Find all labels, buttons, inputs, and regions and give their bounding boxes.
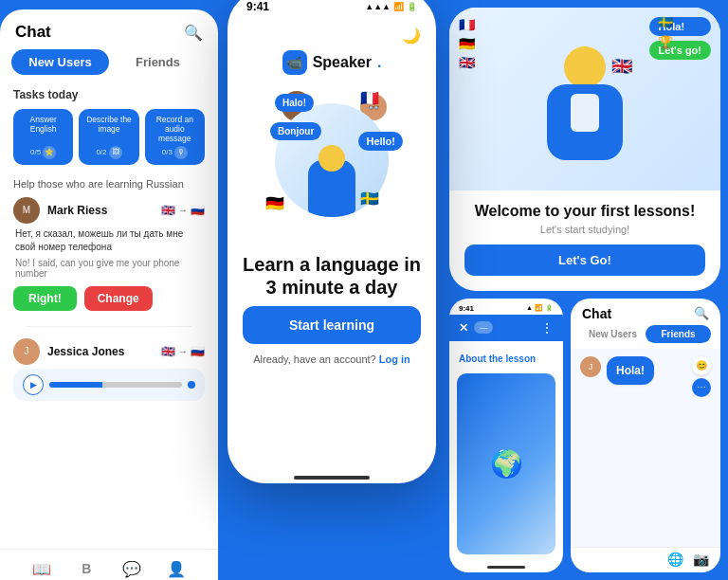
- bubble-halo: Halo!: [275, 94, 314, 112]
- reaction-options: 😊 ⋯: [692, 356, 711, 397]
- change-button[interactable]: Change: [84, 286, 153, 311]
- play-button[interactable]: ▶: [23, 374, 44, 395]
- mpr-title: Chat: [582, 306, 611, 321]
- welcome-person: 🇬🇧: [537, 37, 632, 160]
- lets-go-button[interactable]: Let's Go!: [464, 245, 705, 276]
- task-text-1: Describe the image: [82, 115, 135, 134]
- login-prompt: Already, have an account? Log in: [253, 353, 410, 365]
- book-icon[interactable]: 📖: [32, 559, 51, 578]
- tab-friends[interactable]: Friends: [109, 49, 207, 75]
- person-icon[interactable]: 👤: [167, 559, 186, 578]
- welcome-illustration: 🇫🇷 🇩🇪 🇬🇧 🇬🇧 Hola! Let's go! 🇸🇪: [449, 8, 720, 190]
- signal-icon: ▲▲▲: [365, 2, 391, 11]
- center-phone: 9:41 ▲▲▲ 📶 🔋 🌙 📹 Speaker . 👤 👓: [228, 0, 436, 483]
- audio-player: ▶: [13, 369, 205, 401]
- mpr-search-icon[interactable]: 🔍: [694, 306, 709, 320]
- user-card-mark: M Mark Riess 🇬🇧 → 🇷🇺 Нет, я сказал, може…: [13, 197, 205, 318]
- audio-dot: [188, 381, 195, 389]
- globe-illustration: 👤 👓 Halo! Bonjour Hello! 🇫🇷 🇩🇪 🇸🇪: [256, 84, 408, 236]
- search-icon[interactable]: 🔍: [184, 24, 203, 42]
- avatar-mark: M: [13, 197, 40, 224]
- mpr-tabs: New Users Friends: [571, 325, 720, 349]
- welcome-flags: 🇫🇷 🇩🇪 🇬🇧: [459, 17, 475, 70]
- right-column: 🇫🇷 🇩🇪 🇬🇧 🇬🇧 Hola! Let's go! 🇸🇪: [446, 0, 728, 580]
- emoji-button[interactable]: 😊: [692, 356, 711, 375]
- bubble-bonjour: Bonjour: [270, 122, 321, 140]
- bubble-hello: Hello!: [358, 132, 403, 151]
- mpbn-icon-2[interactable]: 📷: [693, 552, 709, 567]
- wp-body: [547, 84, 623, 160]
- mini-about-section: About the lesson: [449, 341, 563, 373]
- avatar-jessica: J: [13, 338, 40, 365]
- welcome-card: 🇫🇷 🇩🇪 🇬🇧 🇬🇧 Hola! Let's go! 🇸🇪: [449, 8, 720, 291]
- task-cards: Answer English 0/5 ⭐ Describe the image …: [13, 109, 205, 165]
- mini-home-bar-left: [487, 566, 525, 569]
- audio-wave: [49, 382, 182, 388]
- start-learning-button[interactable]: Start learning: [243, 306, 421, 344]
- tab-new-users[interactable]: New Users: [11, 49, 109, 75]
- mini-toggle[interactable]: —: [474, 321, 493, 334]
- w-flag-2: 🇩🇪: [459, 36, 475, 51]
- chat-title: Chat: [15, 23, 51, 42]
- help-section: Help those who are learning Russian M Ma…: [0, 172, 218, 338]
- more-button[interactable]: ⋯: [692, 378, 711, 397]
- flag-german: 🇩🇪: [265, 194, 284, 212]
- phone-main-content: 🌙 📹 Speaker . 👤 👓 Halo! Bonjour: [228, 17, 436, 468]
- mini-signal: ▲: [526, 304, 533, 313]
- task-card-1: Describe the image 0/2 🖼: [79, 109, 138, 165]
- mpbn-icon-1[interactable]: 🌐: [667, 552, 683, 567]
- user-name-mark: Mark Riess: [47, 204, 154, 217]
- bottom-right-row: 9:41 ▲ 📶 🔋 ✕ — ⋮ About the lesson 🌍: [449, 299, 720, 572]
- user-card-jessica: J Jessica Jones 🇬🇧 → 🇷🇺 ▶: [0, 338, 218, 405]
- task-icon-1: 🖼: [109, 146, 122, 159]
- mpr-chat-area: J Hola! 😊 ⋯: [571, 349, 720, 547]
- chat-avatar: J: [580, 356, 601, 377]
- mpr-tab-friends[interactable]: Friends: [646, 325, 711, 343]
- task-text-2: Record an audio message: [149, 115, 201, 144]
- mini-phone-right: Chat 🔍 New Users Friends J Hola! 😊 ⋯ 🌐: [571, 299, 720, 572]
- tasks-section: Tasks today Answer English 0/5 ⭐ Describ…: [0, 82, 218, 172]
- flag-to-mark: 🇷🇺: [191, 204, 205, 217]
- task-progress-2: 0/3 🎙: [162, 146, 188, 159]
- login-link[interactable]: Log in: [379, 353, 410, 365]
- welcome-title: Welcome to your first lessons!: [464, 202, 705, 220]
- task-icon-2: 🎙: [174, 146, 188, 159]
- rf-1: 🇸🇪: [658, 15, 673, 29]
- task-icon-0: ⭐: [43, 146, 56, 159]
- left-chat-panel: Chat 🔍 New Users Friends Tasks today Ans…: [0, 9, 218, 580]
- mini-blue-bar: ✕ — ⋮: [449, 315, 563, 341]
- flag-swedish: 🇸🇪: [360, 190, 379, 208]
- mini-x-button[interactable]: ✕: [459, 321, 468, 335]
- mini-more-icon[interactable]: ⋮: [540, 320, 554, 335]
- chat-icon[interactable]: 💬: [122, 559, 141, 578]
- divider: [27, 326, 191, 327]
- battery-icon: 🔋: [407, 2, 417, 11]
- mini-status-left: 9:41 ▲ 📶 🔋: [449, 299, 563, 315]
- chat-bubble-row-1: J Hola! 😊 ⋯: [580, 356, 711, 397]
- phone-status-bar: 9:41 ▲▲▲ 📶 🔋: [228, 0, 436, 17]
- task-card-0: Answer English 0/5 ⭐: [13, 109, 73, 165]
- mpr-header: Chat 🔍: [571, 299, 720, 325]
- chat-header: Chat 🔍: [0, 9, 218, 49]
- wifi-icon: 📶: [393, 2, 404, 11]
- task-text-0: Answer English: [17, 115, 69, 134]
- bottom-nav: 📖 B 💬 👤: [0, 549, 218, 580]
- user-row-mark: M Mark Riess 🇬🇧 → 🇷🇺: [13, 197, 205, 224]
- mini-phone-bottom-nav: 🌐 📷: [571, 547, 720, 572]
- tasks-label: Tasks today: [13, 88, 205, 101]
- mini-about-text: About the lesson: [459, 353, 536, 364]
- mini-lesson-image: 🌍: [457, 373, 555, 554]
- bold-icon[interactable]: B: [77, 559, 96, 578]
- task-progress-1: 0/2 🖼: [96, 146, 121, 159]
- speaker-logo-text: Speaker: [313, 54, 372, 71]
- hola-bubble: Hola!: [607, 356, 654, 385]
- flag-from-jessica: 🇬🇧: [161, 345, 175, 358]
- mini-wifi: 📶: [535, 304, 543, 313]
- right-button[interactable]: Right!: [13, 286, 77, 311]
- wp-head: [564, 46, 606, 88]
- mpr-tab-newusers[interactable]: New Users: [580, 325, 646, 343]
- w-flag-1: 🇫🇷: [459, 17, 475, 32]
- flag-from-mark: 🇬🇧: [161, 204, 175, 217]
- rf-2: 🏆: [658, 35, 673, 49]
- message-text-mark: Нет, я сказал, можешь ли ты дать мне сво…: [13, 227, 205, 254]
